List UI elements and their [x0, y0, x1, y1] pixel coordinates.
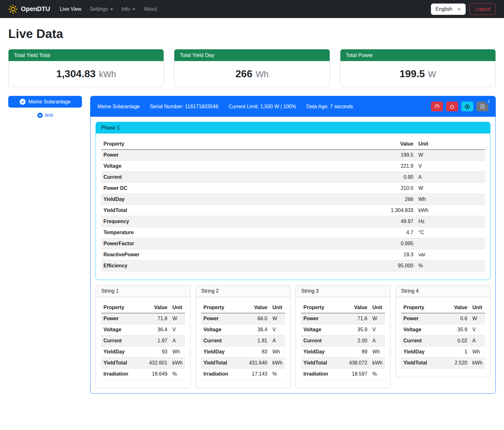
row-unit: W — [470, 313, 485, 324]
row-property: Power DC — [101, 183, 324, 194]
summary-cards: Total Yield Total 1,304.83 kWh Total Yie… — [8, 49, 496, 87]
row-property: YieldDay — [301, 346, 346, 358]
string-1-table-body: Power 71.8 W Voltage 36.4 V — [101, 313, 185, 380]
row-property: ReactivePower — [101, 249, 324, 260]
row-unit: Wh — [270, 346, 285, 358]
caret-down-icon — [132, 9, 135, 10]
row-value: 221.9 — [324, 161, 416, 172]
table-row: YieldTotal 432.601 kWh — [101, 358, 185, 369]
table-row: Frequency 49.97 Hz — [101, 216, 485, 227]
row-property: Irradiation — [301, 369, 346, 380]
row-unit: kWh — [370, 358, 385, 369]
language-select-value: English — [436, 6, 452, 12]
table-row: Voltage 221.9 V — [101, 161, 485, 172]
brand-link[interactable]: OpenDTU — [8, 4, 50, 14]
string-4-table: Property Value Unit Power — [401, 302, 485, 369]
row-property: Frequency — [101, 216, 324, 227]
row-unit: kWh — [270, 358, 285, 369]
sidebar-item-test-label: test — [45, 112, 53, 118]
limit-settings-button[interactable] — [431, 102, 443, 111]
event-log-button[interactable]: 2 — [476, 102, 488, 111]
row-unit: % — [370, 369, 385, 380]
row-unit: °C — [416, 227, 485, 238]
inverter-card-header: Meine Solaranlage Serial Number: 1161716… — [90, 96, 495, 117]
row-property: Irradiation — [101, 369, 146, 380]
column-header-unit: Unit — [170, 302, 185, 313]
nav-item-live-view[interactable]: Live View — [56, 4, 85, 15]
row-value: 35.9 — [450, 324, 470, 335]
table-row: Current 1.97 A — [101, 335, 185, 346]
table-row: YieldTotal 438.072 kWh — [301, 358, 385, 369]
row-unit: kWh — [470, 358, 485, 369]
inverter-select-button[interactable]: Meine Solaranlage — [8, 96, 82, 108]
table-row: Current 0.90 A — [101, 172, 485, 183]
table-row: Voltage 35.9 V — [301, 324, 385, 335]
string-card-title: String 1 — [96, 285, 190, 297]
string-2-table: Property Value Unit Power — [201, 302, 285, 380]
row-property: Current — [101, 172, 324, 183]
summary-card-title: Total Power — [340, 49, 495, 61]
summary-card-unit: kWh — [99, 70, 116, 79]
table-row: Voltage 36.4 V — [201, 324, 285, 335]
summary-card-title: Total Yield Total — [9, 49, 164, 61]
row-unit: Wh — [170, 346, 185, 358]
row-value: 36.4 — [146, 324, 170, 335]
row-unit: W — [270, 313, 285, 324]
string-card-4: String 4 Property Value Unit — [395, 285, 490, 377]
power-button[interactable] — [446, 102, 458, 111]
nav-item-info[interactable]: Info — [117, 4, 140, 15]
column-header-value: Value — [346, 302, 370, 313]
table-row: YieldTotal 2.520 kWh — [401, 358, 485, 369]
row-property: Voltage — [401, 324, 450, 335]
row-unit: % — [170, 369, 185, 380]
column-header-unit: Unit — [370, 302, 385, 313]
table-row: YieldTotal 1,304.833 kWh — [101, 205, 485, 216]
sun-icon — [8, 4, 18, 14]
row-property: YieldDay — [101, 194, 324, 205]
logout-button[interactable]: Logout — [470, 3, 496, 15]
row-value: 210.0 — [324, 183, 416, 194]
row-value: 83 — [246, 346, 270, 358]
table-row: Power 0.6 W — [401, 313, 485, 324]
row-unit: A — [416, 172, 485, 183]
row-property: Current — [401, 335, 450, 346]
row-unit: A — [370, 335, 385, 346]
row-value: 0.995 — [324, 238, 416, 249]
row-unit: W — [370, 313, 385, 324]
device-settings-button[interactable] — [461, 102, 473, 111]
page-title: Live Data — [8, 27, 496, 41]
row-unit: V — [470, 324, 485, 335]
table-row: YieldDay 83 Wh — [201, 346, 285, 358]
inverter-limit: Current Limit: 1,500 W | 100% — [228, 104, 296, 109]
row-unit: V — [270, 324, 285, 335]
phase-table: Property Value Unit Power — [101, 139, 485, 271]
row-property: YieldTotal — [401, 358, 450, 369]
row-property: Voltage — [301, 324, 346, 335]
string-3-table-body: Power 71.6 W Voltage 35.9 V — [301, 313, 385, 380]
row-value: 71.8 — [146, 313, 170, 324]
inverter-card: Meine Solaranlage Serial Number: 1161716… — [90, 96, 496, 394]
row-value: 95.000 — [324, 260, 416, 271]
power-icon — [450, 104, 455, 109]
row-property: Current — [301, 335, 346, 346]
table-row: Voltage 35.9 V — [401, 324, 485, 335]
nav-item-about[interactable]: About — [140, 4, 161, 15]
column-header-value: Value — [146, 302, 170, 313]
row-unit: % — [270, 369, 285, 380]
row-value: 19.3 — [324, 249, 416, 260]
row-unit — [416, 238, 485, 249]
row-property: Power — [301, 313, 346, 324]
sidebar-item-test[interactable]: test — [8, 112, 82, 118]
nav-item-settings[interactable]: Settings — [85, 4, 117, 15]
row-unit: Wh — [470, 346, 485, 358]
string-card-title: String 4 — [396, 285, 490, 297]
table-row: Power 71.8 W — [101, 313, 185, 324]
row-value: 0.90 — [324, 172, 416, 183]
summary-card: Total Yield Day 266 Wh — [174, 49, 330, 87]
language-select[interactable]: English — [431, 3, 466, 15]
row-property: Efficiency — [101, 260, 324, 271]
row-value: 71.6 — [346, 313, 370, 324]
row-value: 432.601 — [146, 358, 170, 369]
row-property: YieldDay — [101, 346, 146, 358]
row-unit: % — [416, 260, 485, 271]
